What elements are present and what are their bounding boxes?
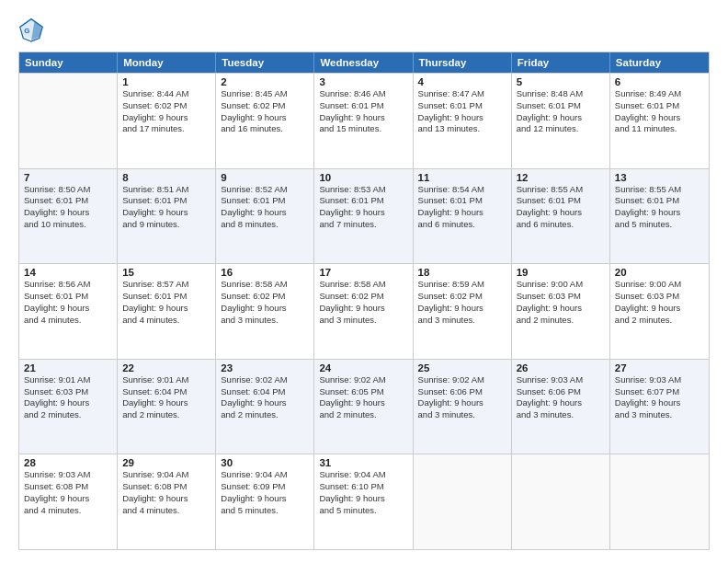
day-info: Sunrise: 8:48 AM Sunset: 6:01 PM Dayligh…: [517, 88, 605, 135]
day-info: Sunrise: 9:02 AM Sunset: 6:06 PM Dayligh…: [418, 374, 506, 421]
day-info: Sunrise: 9:04 AM Sunset: 6:08 PM Dayligh…: [122, 469, 210, 516]
day-info: Sunrise: 8:55 AM Sunset: 6:01 PM Dayligh…: [615, 184, 704, 231]
calendar-day-cell: 19Sunrise: 9:00 AM Sunset: 6:03 PM Dayli…: [512, 264, 610, 359]
calendar-day-cell: 28Sunrise: 9:03 AM Sunset: 6:08 PM Dayli…: [19, 454, 118, 549]
calendar-day-cell: 27Sunrise: 9:03 AM Sunset: 6:07 PM Dayli…: [610, 360, 709, 454]
day-info: Sunrise: 8:49 AM Sunset: 6:01 PM Dayligh…: [615, 88, 704, 135]
calendar-day-cell: 10Sunrise: 8:53 AM Sunset: 6:01 PM Dayli…: [314, 169, 413, 264]
calendar-day-cell: 9Sunrise: 8:52 AM Sunset: 6:01 PM Daylig…: [216, 169, 314, 264]
day-info: Sunrise: 8:51 AM Sunset: 6:01 PM Dayligh…: [122, 184, 210, 231]
calendar-week-row: 1Sunrise: 8:44 AM Sunset: 6:02 PM Daylig…: [19, 73, 709, 168]
calendar-day-cell: 18Sunrise: 8:59 AM Sunset: 6:02 PM Dayli…: [414, 264, 512, 359]
day-number: 3: [319, 76, 407, 87]
day-number: 14: [24, 267, 112, 278]
day-number: 2: [221, 76, 309, 87]
day-number: 28: [24, 457, 112, 468]
weekday-header: Monday: [118, 52, 216, 73]
day-number: 24: [319, 362, 407, 373]
day-info: Sunrise: 8:46 AM Sunset: 6:01 PM Dayligh…: [319, 88, 407, 135]
day-info: Sunrise: 8:44 AM Sunset: 6:02 PM Dayligh…: [122, 88, 210, 135]
calendar-day-cell: 25Sunrise: 9:02 AM Sunset: 6:06 PM Dayli…: [414, 360, 512, 454]
day-number: 23: [221, 362, 309, 373]
day-number: 9: [221, 172, 309, 183]
calendar-day-cell: 23Sunrise: 9:02 AM Sunset: 6:04 PM Dayli…: [216, 360, 314, 454]
calendar-day-cell: 13Sunrise: 8:55 AM Sunset: 6:01 PM Dayli…: [610, 169, 709, 264]
day-number: 1: [122, 76, 210, 87]
calendar: SundayMondayTuesdayWednesdayThursdayFrid…: [18, 52, 710, 550]
calendar-day-cell: 6Sunrise: 8:49 AM Sunset: 6:01 PM Daylig…: [610, 74, 709, 168]
day-info: Sunrise: 8:58 AM Sunset: 6:02 PM Dayligh…: [221, 279, 309, 326]
calendar-week-row: 21Sunrise: 9:01 AM Sunset: 6:03 PM Dayli…: [19, 359, 709, 454]
day-number: 22: [122, 362, 210, 373]
day-info: Sunrise: 8:59 AM Sunset: 6:02 PM Dayligh…: [418, 279, 506, 326]
calendar-day-cell: 24Sunrise: 9:02 AM Sunset: 6:05 PM Dayli…: [314, 360, 413, 454]
calendar-day-cell: 16Sunrise: 8:58 AM Sunset: 6:02 PM Dayli…: [216, 264, 314, 359]
day-number: 25: [418, 362, 506, 373]
day-info: Sunrise: 9:02 AM Sunset: 6:04 PM Dayligh…: [221, 374, 309, 421]
weekday-header: Friday: [512, 52, 610, 73]
day-info: Sunrise: 9:03 AM Sunset: 6:06 PM Dayligh…: [517, 374, 605, 421]
calendar-day-cell: 1Sunrise: 8:44 AM Sunset: 6:02 PM Daylig…: [118, 74, 216, 168]
calendar-day-cell: [512, 454, 610, 549]
calendar-day-cell: 30Sunrise: 9:04 AM Sunset: 6:09 PM Dayli…: [216, 454, 314, 549]
day-number: 17: [319, 267, 407, 278]
calendar-day-cell: 8Sunrise: 8:51 AM Sunset: 6:01 PM Daylig…: [118, 169, 216, 264]
calendar-day-cell: 15Sunrise: 8:57 AM Sunset: 6:01 PM Dayli…: [118, 264, 216, 359]
day-number: 26: [517, 362, 605, 373]
day-number: 30: [221, 457, 309, 468]
weekday-header: Saturday: [610, 52, 709, 73]
calendar-day-cell: 12Sunrise: 8:55 AM Sunset: 6:01 PM Dayli…: [512, 169, 610, 264]
day-info: Sunrise: 8:55 AM Sunset: 6:01 PM Dayligh…: [517, 184, 605, 231]
day-info: Sunrise: 8:53 AM Sunset: 6:01 PM Dayligh…: [319, 184, 407, 231]
day-info: Sunrise: 9:01 AM Sunset: 6:03 PM Dayligh…: [24, 374, 112, 421]
logo: G: [18, 17, 48, 42]
weekday-header: Wednesday: [314, 52, 413, 73]
day-number: 19: [517, 267, 605, 278]
page: G SundayMondayTuesdayWednesdayThursdayFr…: [0, 0, 728, 563]
calendar-day-cell: [610, 454, 709, 549]
day-info: Sunrise: 8:56 AM Sunset: 6:01 PM Dayligh…: [24, 279, 112, 326]
calendar-week-row: 28Sunrise: 9:03 AM Sunset: 6:08 PM Dayli…: [19, 454, 709, 549]
day-info: Sunrise: 8:52 AM Sunset: 6:01 PM Dayligh…: [221, 184, 309, 231]
calendar-day-cell: 3Sunrise: 8:46 AM Sunset: 6:01 PM Daylig…: [314, 74, 413, 168]
day-number: 11: [418, 172, 506, 183]
day-number: 5: [517, 76, 605, 87]
calendar-day-cell: 21Sunrise: 9:01 AM Sunset: 6:03 PM Dayli…: [19, 360, 118, 454]
day-info: Sunrise: 8:58 AM Sunset: 6:02 PM Dayligh…: [319, 279, 407, 326]
calendar-day-cell: 11Sunrise: 8:54 AM Sunset: 6:01 PM Dayli…: [414, 169, 512, 264]
weekday-header: Tuesday: [216, 52, 314, 73]
day-info: Sunrise: 8:57 AM Sunset: 6:01 PM Dayligh…: [122, 279, 210, 326]
day-info: Sunrise: 9:01 AM Sunset: 6:04 PM Dayligh…: [122, 374, 210, 421]
day-number: 12: [517, 172, 605, 183]
day-number: 27: [615, 362, 704, 373]
day-info: Sunrise: 9:00 AM Sunset: 6:03 PM Dayligh…: [517, 279, 605, 326]
day-number: 21: [24, 362, 112, 373]
day-info: Sunrise: 9:02 AM Sunset: 6:05 PM Dayligh…: [319, 374, 407, 421]
calendar-day-cell: 14Sunrise: 8:56 AM Sunset: 6:01 PM Dayli…: [19, 264, 118, 359]
day-number: 15: [122, 267, 210, 278]
day-info: Sunrise: 9:04 AM Sunset: 6:09 PM Dayligh…: [221, 469, 309, 516]
weekday-header: Thursday: [414, 52, 512, 73]
day-number: 18: [418, 267, 506, 278]
weekday-header: Sunday: [19, 52, 118, 73]
day-number: 10: [319, 172, 407, 183]
calendar-day-cell: [414, 454, 512, 549]
day-info: Sunrise: 9:03 AM Sunset: 6:08 PM Dayligh…: [24, 469, 112, 516]
calendar-day-cell: 7Sunrise: 8:50 AM Sunset: 6:01 PM Daylig…: [19, 169, 118, 264]
day-number: 29: [122, 457, 210, 468]
header: G: [18, 17, 710, 42]
calendar-day-cell: 29Sunrise: 9:04 AM Sunset: 6:08 PM Dayli…: [118, 454, 216, 549]
day-number: 7: [24, 172, 112, 183]
day-number: 8: [122, 172, 210, 183]
calendar-day-cell: 2Sunrise: 8:45 AM Sunset: 6:02 PM Daylig…: [216, 74, 314, 168]
day-number: 6: [615, 76, 704, 87]
day-info: Sunrise: 8:50 AM Sunset: 6:01 PM Dayligh…: [24, 184, 112, 231]
day-info: Sunrise: 8:54 AM Sunset: 6:01 PM Dayligh…: [418, 184, 506, 231]
day-number: 20: [615, 267, 704, 278]
calendar-day-cell: 20Sunrise: 9:00 AM Sunset: 6:03 PM Dayli…: [610, 264, 709, 359]
day-number: 31: [319, 457, 407, 468]
calendar-day-cell: 17Sunrise: 8:58 AM Sunset: 6:02 PM Dayli…: [314, 264, 413, 359]
calendar-week-row: 7Sunrise: 8:50 AM Sunset: 6:01 PM Daylig…: [19, 168, 709, 264]
svg-text:G: G: [24, 27, 29, 35]
calendar-day-cell: 4Sunrise: 8:47 AM Sunset: 6:01 PM Daylig…: [414, 74, 512, 168]
